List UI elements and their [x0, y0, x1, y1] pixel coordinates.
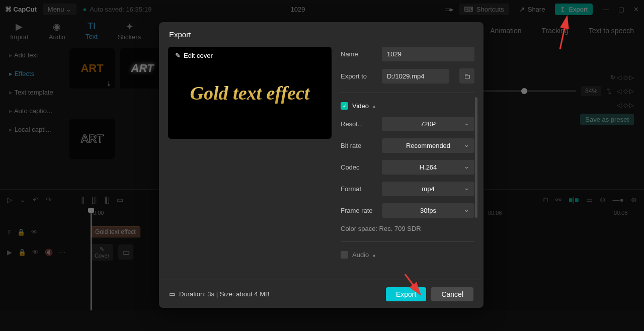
colorspace-info: Color space: Rec. 709 SDR: [341, 225, 474, 232]
export-modal: Export ✎Edit cover Gold text effect Name…: [159, 22, 484, 308]
edit-cover-button[interactable]: ✎Edit cover: [175, 52, 213, 59]
resolution-select[interactable]: 720P: [382, 117, 474, 131]
svg-line-1: [405, 274, 420, 294]
folder-icon: 🗀: [464, 72, 470, 80]
export-duration-info: ▭Duration: 3s | Size: about 4 MB: [169, 290, 270, 298]
modal-scrollbar[interactable]: [475, 97, 477, 218]
codec-select[interactable]: H.264: [382, 160, 474, 175]
name-input[interactable]: 1029: [382, 47, 474, 61]
svg-line-0: [560, 17, 567, 49]
bitrate-select[interactable]: Recommended: [382, 138, 474, 153]
edit-cover-label: Edit cover: [184, 52, 213, 59]
duration-text: Duration: 3s | Size: about 4 MB: [179, 290, 270, 298]
video-label: Video: [352, 102, 369, 110]
framerate-label: Frame rate: [341, 207, 376, 214]
framerate-select[interactable]: 30fps: [382, 203, 474, 218]
exportto-label: Export to: [341, 72, 376, 80]
caret-up-icon: ▴: [373, 103, 375, 109]
audio-section-header[interactable]: Audio ▴: [341, 251, 474, 259]
modal-footer: ▭Duration: 3s | Size: about 4 MB Export …: [159, 280, 484, 308]
export-preview: ✎Edit cover Gold text effect: [168, 47, 332, 139]
modal-title: Export: [159, 22, 484, 47]
browse-button[interactable]: 🗀: [459, 68, 474, 84]
format-select[interactable]: mp4: [382, 182, 474, 196]
preview-text: Gold text effect: [168, 82, 332, 104]
annotation-arrow: [551, 14, 571, 56]
bitrate-label: Bit rate: [341, 142, 376, 149]
audio-label: Audio: [352, 251, 369, 259]
pencil-icon: ✎: [175, 52, 181, 59]
caret-up-icon: ▴: [373, 252, 375, 258]
exportto-input[interactable]: D:/1029.mp4: [382, 69, 449, 84]
annotation-arrow: [400, 272, 425, 301]
video-section-header[interactable]: ✓ Video ▴: [341, 102, 474, 110]
format-label: Format: [341, 185, 376, 193]
resolution-label: Resol...: [341, 120, 376, 128]
film-icon: ▭: [169, 290, 175, 298]
codec-label: Codec: [341, 163, 376, 171]
video-checkbox[interactable]: ✓: [341, 102, 348, 110]
audio-checkbox[interactable]: [341, 251, 348, 259]
name-label: Name: [341, 50, 376, 58]
cancel-button[interactable]: Cancel: [431, 287, 473, 301]
